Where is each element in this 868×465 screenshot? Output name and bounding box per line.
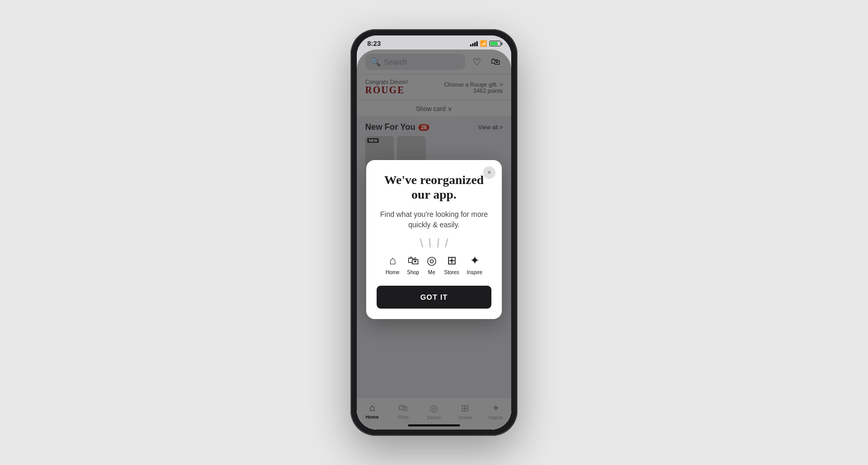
close-icon: × [487,169,491,176]
modal-nav-item-stores: ⊞ Stores [444,254,459,275]
arrow-4 [445,238,449,248]
app-background: 🔍 Search ♡ 🛍 Congrats Devon! ROUGE Choos… [357,50,511,430]
status-icons: 📶 [470,40,501,47]
modal-me-icon: ◎ [427,254,437,267]
battery-fill [490,42,498,45]
modal-shop-icon: 🛍 [407,254,419,267]
status-bar: 8:23 📶 [357,35,511,50]
modal-stores-icon: ⊞ [447,254,456,267]
modal-home-label: Home [385,270,400,275]
modal-shop-label: Shop [407,270,419,275]
phone-frame: 8:23 📶 🔍 Search [351,29,517,436]
modal-subtitle: Find what you're looking for more quickl… [377,210,491,230]
modal-nav-item-shop: 🛍 Shop [407,254,419,275]
modal-nav: ⌂ Home 🛍 Shop ◎ Me ⊞ St [377,254,491,275]
modal-me-label: Me [428,270,436,275]
modal-inspire-icon: ✦ [470,254,479,267]
battery-icon [489,41,501,46]
arrow-3 [437,238,439,248]
arrow-1 [420,238,424,248]
modal-overlay: × We've reorganized our app. Find what y… [357,50,511,430]
signal-icon [470,41,478,46]
modal-nav-item-inspire: ✦ Inspire [467,254,483,275]
modal-nav-item-me: ◎ Me [427,254,437,275]
modal-nav-item-home: ⌂ Home [385,254,400,275]
modal-home-icon: ⌂ [389,254,396,267]
status-time: 8:23 [367,40,381,47]
modal-stores-label: Stores [444,270,459,275]
got-it-button[interactable]: GOT IT [377,286,491,309]
modal-title: We've reorganized our app. [377,173,491,203]
arrows-decoration [377,238,491,248]
modal-close-button[interactable]: × [483,166,496,179]
wifi-icon: 📶 [480,40,487,47]
modal: × We've reorganized our app. Find what y… [366,160,502,320]
phone-screen: 8:23 📶 🔍 Search [357,35,511,430]
modal-inspire-label: Inspire [467,270,483,275]
arrow-2 [429,238,431,248]
